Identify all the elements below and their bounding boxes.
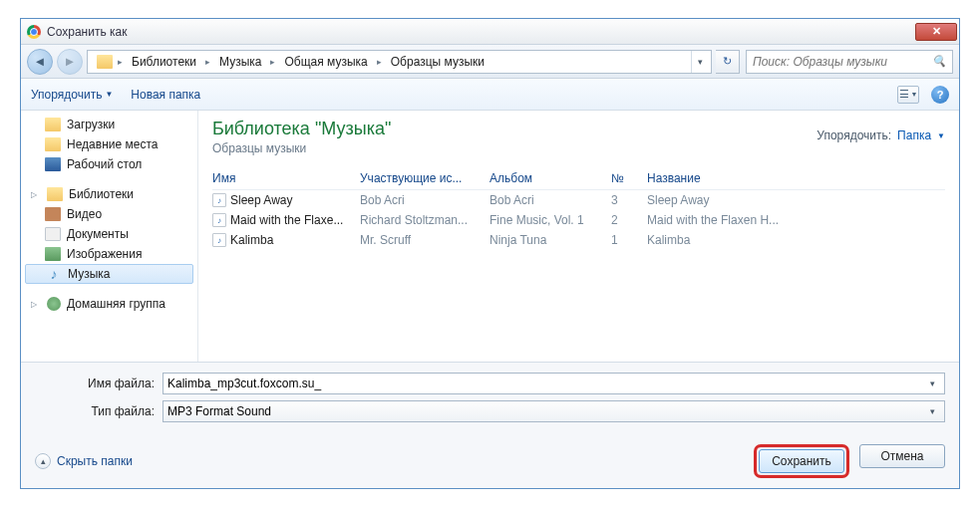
sidebar-item-documents[interactable]: Документы <box>21 224 197 244</box>
search-box[interactable]: 🔍 <box>746 50 953 74</box>
save-button[interactable]: Сохранить <box>759 449 844 473</box>
chrome-icon <box>27 25 41 39</box>
documents-icon <box>45 227 61 241</box>
file-row[interactable]: ♪Kalimba Mr. Scruff Ninja Tuna 1 Kalimba <box>212 230 945 250</box>
filename-panel: Имя файла: ▾ Тип файла: MP3 Format Sound… <box>21 362 959 438</box>
chevron-down-icon[interactable]: ▾ <box>924 379 940 388</box>
main-area: Загрузки Недавние места Рабочий стол ▷Би… <box>21 111 959 362</box>
collapse-icon: ▴ <box>35 453 51 469</box>
sidebar: Загрузки Недавние места Рабочий стол ▷Би… <box>21 111 198 362</box>
col-title[interactable]: Название <box>647 171 945 185</box>
images-icon <box>45 247 61 261</box>
filetype-combo[interactable]: MP3 Format Sound ▾ <box>163 400 945 422</box>
expand-icon: ▷ <box>31 190 41 199</box>
chevron-right-icon: ▸ <box>116 57 125 67</box>
file-row[interactable]: ♪Maid with the Flaxe... Richard Stoltzma… <box>212 210 945 230</box>
forward-button[interactable]: ► <box>57 49 83 75</box>
library-title: Библиотека "Музыка" <box>212 119 391 139</box>
save-highlight: Сохранить <box>754 444 849 478</box>
window-title: Сохранить как <box>47 25 127 39</box>
close-button[interactable]: ✕ <box>915 23 957 41</box>
filetype-label: Тип файла: <box>35 404 155 418</box>
recent-icon <box>45 137 61 151</box>
filename-combo[interactable]: ▾ <box>163 373 945 394</box>
filetype-value: MP3 Format Sound <box>167 404 924 418</box>
folder-icon <box>90 51 116 73</box>
sort-control[interactable]: Упорядочить: Папка ▼ <box>817 119 945 142</box>
save-dialog: Сохранить как ✕ ◄ ► ▸ Библиотеки ▸ Музык… <box>20 18 960 489</box>
col-album[interactable]: Альбом <box>490 171 611 185</box>
hide-folders-button[interactable]: ▴ Скрыть папки <box>35 453 133 469</box>
sidebar-libraries-header[interactable]: ▷Библиотеки <box>21 184 197 204</box>
breadcrumb-dropdown[interactable]: ▾ <box>691 51 709 73</box>
sidebar-item-music[interactable]: ♪Музыка <box>25 264 193 284</box>
sidebar-item-recent[interactable]: Недавние места <box>21 134 197 154</box>
library-header: Библиотека "Музыка" Образцы музыки Упоря… <box>212 119 945 155</box>
column-headers: Имя Участвующие ис... Альбом № Название <box>212 171 945 190</box>
breadcrumb-segment[interactable]: Общая музыка <box>277 51 374 73</box>
chevron-right-icon: ▸ <box>203 57 212 67</box>
downloads-icon <box>45 118 61 131</box>
mp3-icon: ♪ <box>212 193 226 207</box>
organize-button[interactable]: Упорядочить ▼ <box>31 88 113 102</box>
search-icon: 🔍 <box>932 55 946 68</box>
sidebar-item-downloads[interactable]: Загрузки <box>21 115 197 134</box>
music-icon: ♪ <box>46 266 62 282</box>
filename-input[interactable] <box>167 377 924 390</box>
sidebar-item-desktop[interactable]: Рабочий стол <box>21 154 197 174</box>
sort-label: Упорядочить: <box>817 128 891 142</box>
chevron-right-icon: ▸ <box>375 57 384 67</box>
col-num[interactable]: № <box>611 171 647 185</box>
sidebar-homegroup[interactable]: ▷Домашняя группа <box>21 294 197 314</box>
help-button[interactable]: ? <box>931 86 949 104</box>
libraries-icon <box>47 187 63 201</box>
nav-row: ◄ ► ▸ Библиотеки ▸ Музыка ▸ Общая музыка… <box>21 45 959 79</box>
view-options-button[interactable]: ☰▼ <box>897 86 919 104</box>
mp3-icon: ♪ <box>212 233 226 247</box>
library-subtitle: Образцы музыки <box>212 141 391 155</box>
filename-label: Имя файла: <box>35 377 155 390</box>
sort-value[interactable]: Папка <box>897 128 931 142</box>
chevron-right-icon: ▸ <box>268 57 277 67</box>
breadcrumb-segment[interactable]: Библиотеки <box>125 51 203 73</box>
back-button[interactable]: ◄ <box>27 49 53 75</box>
video-icon <box>45 207 61 221</box>
homegroup-icon <box>47 297 61 311</box>
content-area: Библиотека "Музыка" Образцы музыки Упоря… <box>198 111 959 362</box>
footer: ▴ Скрыть папки Сохранить Отмена <box>21 438 959 488</box>
breadcrumb-segment[interactable]: Музыка <box>212 51 268 73</box>
col-name[interactable]: Имя <box>212 171 360 185</box>
breadcrumb-segment[interactable]: Образцы музыки <box>384 51 491 73</box>
sidebar-item-images[interactable]: Изображения <box>21 244 197 264</box>
file-row[interactable]: ♪Sleep Away Bob Acri Bob Acri 3 Sleep Aw… <box>212 190 945 210</box>
titlebar: Сохранить как ✕ <box>21 19 959 45</box>
col-artist[interactable]: Участвующие ис... <box>360 171 490 185</box>
breadcrumb[interactable]: ▸ Библиотеки ▸ Музыка ▸ Общая музыка ▸ О… <box>87 50 712 74</box>
sidebar-item-video[interactable]: Видео <box>21 204 197 224</box>
mp3-icon: ♪ <box>212 213 226 227</box>
expand-icon: ▷ <box>31 300 41 309</box>
chevron-down-icon: ▼ <box>937 131 945 140</box>
organize-label: Упорядочить <box>31 88 102 102</box>
search-input[interactable] <box>753 55 926 69</box>
cancel-button[interactable]: Отмена <box>859 444 945 468</box>
desktop-icon <box>45 157 61 171</box>
chevron-down-icon[interactable]: ▾ <box>924 406 940 416</box>
chevron-down-icon: ▼ <box>105 90 113 99</box>
refresh-button[interactable]: ↻ <box>716 50 740 74</box>
new-folder-button[interactable]: Новая папка <box>131 88 200 102</box>
toolbar: Упорядочить ▼ Новая папка ☰▼ ? <box>21 79 959 111</box>
